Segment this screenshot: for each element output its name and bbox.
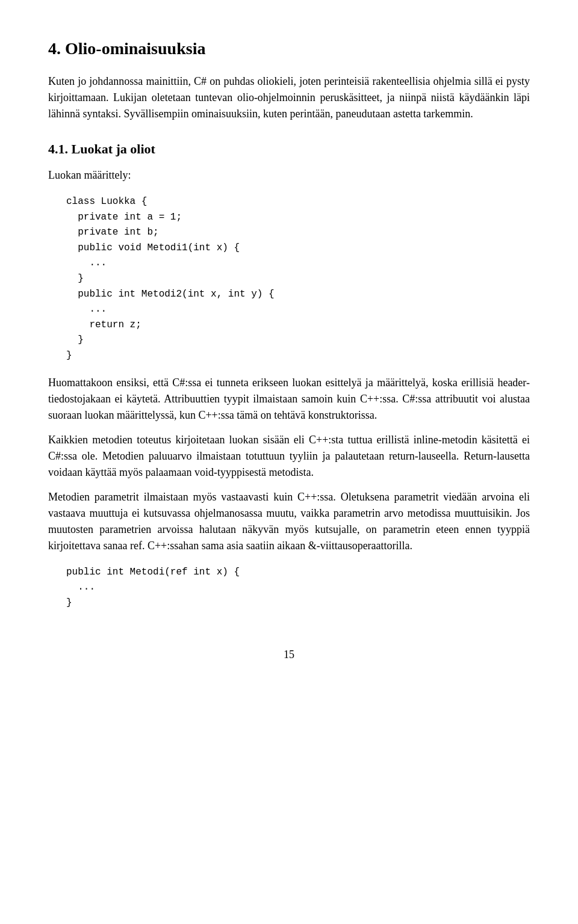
paragraph-1: Huomattakoon ensiksi, että C#:ssa ei tun… xyxy=(48,375,530,424)
paragraph-2: Kaikkien metodien toteutus kirjoitetaan … xyxy=(48,432,530,481)
intro-paragraph: Kuten jo johdannossa mainittiin, C# on p… xyxy=(48,73,530,122)
code-block-2: public int Metodi(ref int x) { ... } xyxy=(66,565,530,611)
paragraph-3: Metodien parametrit ilmaistaan myös vast… xyxy=(48,489,530,554)
section-heading: 4.1. Luokat ja oliot xyxy=(48,139,530,159)
page-number: 15 xyxy=(48,647,530,663)
page-heading: 4. Olio-ominaisuuksia xyxy=(48,36,530,61)
luokan-label: Luokan määrittely: xyxy=(48,167,530,183)
code-block-1: class Luokka { private int a = 1; privat… xyxy=(66,194,530,364)
